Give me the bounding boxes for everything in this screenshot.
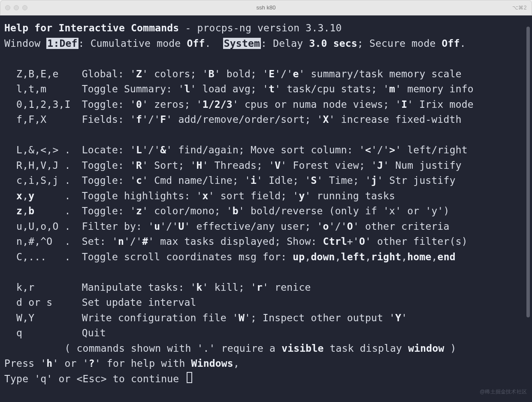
- help-line: f,F,X Fields: 'f'/'F' add/remove/order/s…: [4, 112, 529, 128]
- terminal-viewport[interactable]: Help for Interactive Commands - procps-n…: [0, 15, 532, 402]
- help-prompt-2: Type 'q' or <Esc> to continue: [4, 372, 529, 387]
- help-line: R,H,V,J . Toggle: 'R' Sort; 'H' Threads;…: [4, 158, 529, 174]
- help-line: 0,1,2,3,I Toggle: '0' zeros; '1/2/3' cpu…: [4, 97, 529, 113]
- watermark: @稀土掘金技术社区: [480, 384, 527, 400]
- help-footnote: ( commands shown with '.' require a visi…: [4, 341, 529, 356]
- scrollbar[interactable]: [525, 27, 531, 399]
- help-line: k,r Manipulate tasks: 'k' kill; 'r' reni…: [4, 280, 529, 295]
- help-line: x,y . Toggle highlights: 'x' sort field;…: [4, 189, 529, 204]
- help-line: Z,B,E,e Global: 'Z' colors; 'B' bold; 'E…: [4, 67, 529, 82]
- help-line: n,#,^O . Set: 'n'/'#' max tasks displaye…: [4, 234, 529, 250]
- window-title: ssh k80: [0, 4, 532, 11]
- titlebar: ssh k80 ⌥⌘2: [0, 0, 532, 15]
- help-line: L,&,<,> . Locate: 'L'/'&' find/again; Mo…: [4, 143, 529, 158]
- help-line: u,U,o,O . Filter by: 'u'/'U' effective/a…: [4, 219, 529, 234]
- cursor-icon: [187, 372, 192, 383]
- help-header-2: Window 1:Def: Cumulative mode Off. Syste…: [4, 36, 529, 52]
- terminal-window: ssh k80 ⌥⌘2 Help for Interactive Command…: [0, 0, 532, 402]
- help-body: Z,B,E,e Global: 'Z' colors; 'B' bold; 'E…: [4, 51, 529, 341]
- help-line: d or s Set update interval: [4, 295, 529, 311]
- help-line: q Quit: [4, 326, 529, 341]
- help-line: C,... . Toggle scroll coordinates msg fo…: [4, 250, 529, 265]
- help-line: l,t,m Toggle Summary: 'l' load avg; 't' …: [4, 82, 529, 97]
- scrollbar-thumb[interactable]: [526, 27, 530, 317]
- help-line: W,Y Write configuration file 'W'; Inspec…: [4, 311, 529, 326]
- help-line: [4, 265, 529, 280]
- help-line: [4, 128, 529, 143]
- help-line: [4, 51, 529, 67]
- help-header-1: Help for Interactive Commands - procps-n…: [4, 21, 529, 36]
- help-prompt-1: Press 'h' or '?' for help with Windows,: [4, 356, 529, 372]
- help-line: c,i,S,j . Toggle: 'c' Cmd name/line; 'i'…: [4, 173, 529, 189]
- help-line: z,b . Toggle: 'z' color/mono; 'b' bold/r…: [4, 204, 529, 219]
